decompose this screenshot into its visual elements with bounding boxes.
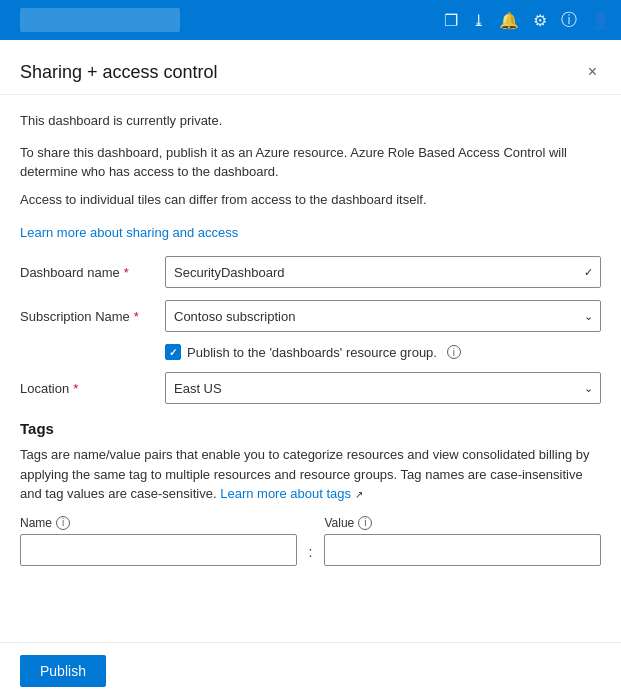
dashboard-name-wrapper: SecurityDashboard ✓ xyxy=(165,256,601,288)
search-bar[interactable] xyxy=(20,8,180,32)
help-icon[interactable]: ⓘ xyxy=(561,10,577,31)
required-star-2: * xyxy=(134,309,139,324)
external-link-icon: ↗ xyxy=(355,489,363,500)
subscription-select[interactable]: Contoso subscription xyxy=(165,300,601,332)
learn-more-link[interactable]: Learn more about sharing and access xyxy=(20,225,238,240)
info-text-publish: To share this dashboard, publish it as a… xyxy=(20,143,601,182)
dialog-body: This dashboard is currently private. To … xyxy=(0,111,621,642)
tags-separator: : xyxy=(309,544,313,560)
location-label: Location * xyxy=(20,381,165,396)
tags-name-label: Name i xyxy=(20,516,297,530)
info-text-tiles: Access to individual tiles can differ fr… xyxy=(20,190,601,210)
name-info-icon: i xyxy=(56,516,70,530)
dashboard-name-label: Dashboard name * xyxy=(20,265,165,280)
tags-name-input[interactable] xyxy=(20,534,297,566)
location-row: Location * East US ⌄ xyxy=(20,372,601,404)
tags-value-col: Value i xyxy=(324,516,601,566)
dialog-title: Sharing + access control xyxy=(20,62,218,83)
location-wrapper: East US ⌄ xyxy=(165,372,601,404)
location-select[interactable]: East US xyxy=(165,372,601,404)
settings-icon[interactable]: ⚙ xyxy=(533,11,547,30)
tags-value-input[interactable] xyxy=(324,534,601,566)
top-navigation: ❐ ⤓ 🔔 ⚙ ⓘ 👤 xyxy=(0,0,621,40)
user-icon[interactable]: 👤 xyxy=(591,11,611,30)
tags-description: Tags are name/value pairs that enable yo… xyxy=(20,445,601,504)
subscription-row: Subscription Name * Contoso subscription… xyxy=(20,300,601,332)
dashboard-name-row: Dashboard name * SecurityDashboard ✓ xyxy=(20,256,601,288)
header-divider xyxy=(0,94,621,95)
checkbox-check-icon: ✓ xyxy=(169,347,177,358)
publish-checkbox-label[interactable]: ✓ Publish to the 'dashboards' resource g… xyxy=(165,344,461,360)
dialog-header: Sharing + access control × xyxy=(0,40,621,94)
terminal-icon[interactable]: ❐ xyxy=(444,11,458,30)
download-icon[interactable]: ⤓ xyxy=(472,11,485,30)
tags-title: Tags xyxy=(20,420,601,437)
close-button[interactable]: × xyxy=(584,60,601,84)
publish-checkbox-row: ✓ Publish to the 'dashboards' resource g… xyxy=(165,344,601,360)
info-text-private: This dashboard is currently private. xyxy=(20,111,601,131)
checkbox-text: Publish to the 'dashboards' resource gro… xyxy=(187,345,437,360)
tags-learn-link[interactable]: Learn more about tags xyxy=(220,486,351,501)
publish-button[interactable]: Publish xyxy=(20,655,106,687)
subscription-label: Subscription Name * xyxy=(20,309,165,324)
required-star: * xyxy=(124,265,129,280)
value-info-icon: i xyxy=(358,516,372,530)
sharing-access-dialog: Sharing + access control × This dashboar… xyxy=(0,40,621,699)
checkbox-info-icon: i xyxy=(447,345,461,359)
required-star-3: * xyxy=(73,381,78,396)
tags-columns: Name i : Value i xyxy=(20,516,601,566)
dashboard-name-select[interactable]: SecurityDashboard xyxy=(165,256,601,288)
publish-checkbox[interactable]: ✓ xyxy=(165,344,181,360)
dialog-footer: Publish xyxy=(0,642,621,699)
tags-value-label: Value i xyxy=(324,516,601,530)
tags-name-col: Name i xyxy=(20,516,297,566)
subscription-wrapper: Contoso subscription ⌄ xyxy=(165,300,601,332)
tags-section: Tags Tags are name/value pairs that enab… xyxy=(20,420,601,566)
bell-icon[interactable]: 🔔 xyxy=(499,11,519,30)
